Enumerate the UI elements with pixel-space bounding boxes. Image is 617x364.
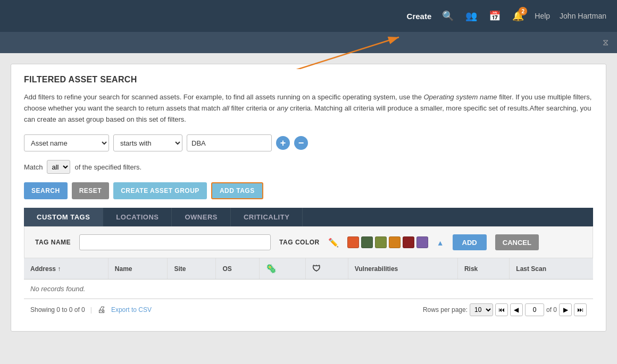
col-bio-hazard: 🦠 — [260, 258, 306, 280]
remove-filter-button[interactable]: − — [294, 136, 308, 150]
of-pages-label: of 0 — [546, 306, 557, 314]
next-page-button[interactable]: ▶ — [559, 303, 572, 316]
match-select[interactable]: all — [47, 160, 70, 174]
tag-name-input[interactable] — [79, 234, 271, 250]
filter-value-input[interactable] — [187, 134, 272, 151]
tag-name-label: TAG NAME — [35, 239, 71, 246]
first-page-button[interactable]: ⏮ — [495, 303, 508, 316]
col-vulnerabilities[interactable]: Vulnerabilities — [348, 258, 457, 280]
col-name[interactable]: Name — [108, 258, 168, 280]
color-swatches — [347, 236, 428, 248]
description-text: Add filters to refine your search for sc… — [24, 92, 593, 125]
search-icon[interactable]: 🔍 — [441, 9, 455, 23]
tab-criticality[interactable]: CRITICALITY — [231, 208, 303, 226]
match-description: of the specified filters. — [74, 163, 141, 171]
rows-per-page-select[interactable]: 10 25 50 — [470, 303, 493, 316]
last-page-button[interactable]: ⏭ — [574, 303, 587, 316]
export-csv-link[interactable]: Export to CSV — [111, 306, 152, 314]
calendar-icon[interactable]: 📅 — [488, 9, 502, 23]
rows-per-page-label: Rows per page: — [423, 306, 468, 314]
users-icon[interactable]: 👥 — [464, 9, 478, 23]
page-number-input[interactable] — [525, 303, 544, 316]
color-swatch-dark-red[interactable] — [403, 236, 414, 248]
create-asset-group-button[interactable]: CREATE ASSET GROUP — [113, 182, 207, 199]
col-address[interactable]: Address ↑ — [24, 258, 108, 280]
tag-add-button[interactable]: ADD — [453, 234, 487, 250]
color-swatch-purple[interactable] — [416, 236, 428, 248]
tag-form: TAG NAME TAG COLOR ✏️ ▲ ADD CANCEL — [24, 226, 593, 258]
assets-table-container: Address ↑ Name Site OS 🦠 🛡 Vulnerabiliti… — [24, 258, 593, 299]
color-swatch-red-orange[interactable] — [347, 236, 359, 248]
footer-right: Rows per page: 10 25 50 ⏮ ◀ of 0 ▶ ⏭ — [423, 303, 587, 316]
footer-divider: | — [90, 306, 92, 314]
col-site[interactable]: Site — [168, 258, 216, 280]
pencil-icon[interactable]: ✏️ — [328, 238, 339, 248]
table-footer: Showing 0 to 0 of 0 | 🖨 Export to CSV Ro… — [24, 299, 593, 320]
tab-locations[interactable]: LOCATIONS — [103, 208, 172, 226]
top-navigation: Create 🔍 👥 📅 🔔 2 Help John Hartman — [0, 0, 617, 32]
col-last-scan[interactable]: Last Scan — [510, 258, 593, 280]
no-records-message: No records found. — [24, 280, 593, 299]
tag-cancel-button[interactable]: CANCEL — [495, 234, 539, 250]
prev-page-button[interactable]: ◀ — [510, 303, 523, 316]
page-title: FILTERED ASSET SEARCH — [24, 75, 593, 84]
filter-icon-bar: ⧖ — [0, 32, 617, 53]
no-records-row: No records found. — [24, 280, 593, 299]
notification-badge: 2 — [519, 7, 527, 15]
tab-bar: CUSTOM TAGS LOCATIONS OWNERS CRITICALITY — [24, 208, 593, 226]
col-shield: 🛡 — [306, 258, 348, 280]
filter-name-italic: Operating system name — [424, 93, 497, 101]
filter-icon[interactable]: ⧖ — [603, 38, 608, 47]
action-buttons: SEARCH RESET CREATE ASSET GROUP ADD TAGS — [24, 182, 593, 199]
create-button[interactable]: Create — [407, 12, 432, 21]
user-menu[interactable]: John Hartman — [560, 12, 606, 20]
add-filter-button[interactable]: + — [276, 136, 290, 150]
color-swatch-olive-green[interactable] — [375, 236, 387, 248]
color-swatch-orange[interactable] — [389, 236, 401, 248]
help-link[interactable]: Help — [535, 12, 550, 20]
filter-condition-select[interactable]: starts with — [113, 134, 182, 151]
add-tags-button[interactable]: ADD TAGS — [211, 182, 263, 199]
filtered-asset-search-card: FILTERED ASSET SEARCH Add filters to ref… — [11, 64, 606, 332]
col-os[interactable]: OS — [216, 258, 260, 280]
assets-table: Address ↑ Name Site OS 🦠 🛡 Vulnerabiliti… — [24, 258, 593, 299]
table-header-row: Address ↑ Name Site OS 🦠 🛡 Vulnerabiliti… — [24, 258, 593, 280]
chevron-up-icon[interactable]: ▲ — [437, 239, 444, 247]
showing-text: Showing 0 to 0 of 0 — [30, 306, 85, 314]
main-content: FILTERED ASSET SEARCH Add filters to ref… — [0, 53, 617, 342]
search-button[interactable]: SEARCH — [24, 182, 68, 199]
reset-button[interactable]: RESET — [72, 182, 110, 199]
footer-left: Showing 0 to 0 of 0 | 🖨 Export to CSV — [30, 305, 152, 315]
col-risk[interactable]: Risk — [457, 258, 509, 280]
tag-color-label: TAG COLOR — [279, 239, 320, 246]
color-swatch-dark-green[interactable] — [361, 236, 373, 248]
match-label: Match — [24, 163, 43, 171]
export-icon: 🖨 — [97, 305, 106, 315]
filter-type-select[interactable]: Asset name — [24, 134, 109, 151]
match-row: Match all of the specified filters. — [24, 160, 593, 174]
notification-icon[interactable]: 🔔 2 — [511, 9, 525, 23]
tab-owners[interactable]: OWNERS — [172, 208, 231, 226]
filter-row: Asset name starts with + − — [24, 134, 593, 151]
tab-custom-tags[interactable]: CUSTOM TAGS — [24, 208, 103, 226]
